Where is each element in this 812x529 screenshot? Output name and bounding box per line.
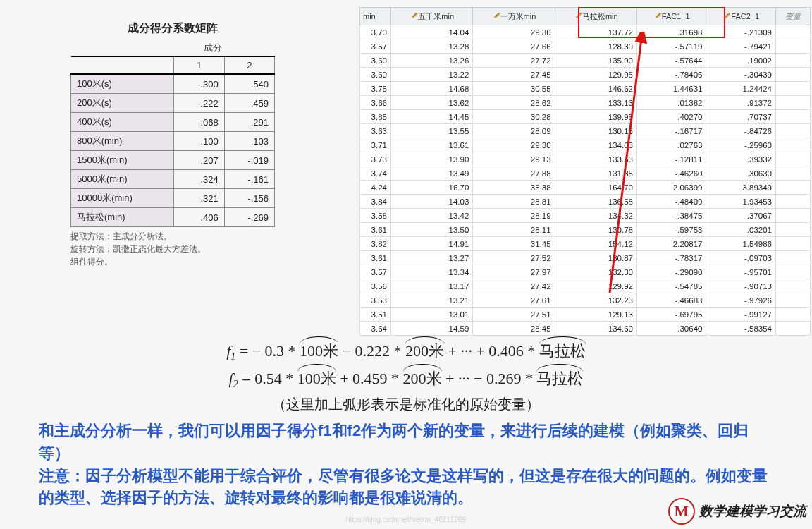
data-cell[interactable]: -.09703 xyxy=(706,251,776,265)
data-cell[interactable]: -.58354 xyxy=(706,322,776,336)
data-cell[interactable] xyxy=(776,138,811,152)
data-cell[interactable]: 28.19 xyxy=(473,209,555,223)
data-cell[interactable]: 29.13 xyxy=(473,152,555,166)
data-cell[interactable]: 3.57 xyxy=(360,39,391,54)
data-cell[interactable] xyxy=(776,68,811,82)
data-cell[interactable]: 31.45 xyxy=(473,237,555,251)
data-cell[interactable] xyxy=(776,265,811,279)
data-cell[interactable]: -1.54986 xyxy=(706,237,776,251)
data-cell[interactable]: 132.30 xyxy=(555,265,636,279)
table-row[interactable]: 3.7313.9029.13133.53-.12811.39332 xyxy=(360,152,811,166)
data-cell[interactable]: -.48409 xyxy=(636,195,706,209)
data-cell[interactable]: .30630 xyxy=(706,166,776,181)
data-cell[interactable]: -.37067 xyxy=(706,209,776,223)
table-row[interactable]: 3.6013.2227.45129.95-.78406-.30439 xyxy=(360,68,811,82)
data-cell[interactable]: -.38475 xyxy=(636,209,706,223)
data-column-header[interactable]: 一万米min xyxy=(473,8,555,25)
data-cell[interactable]: 3.60 xyxy=(360,54,391,68)
data-cell[interactable] xyxy=(776,195,811,209)
data-cell[interactable]: 2.20817 xyxy=(636,237,706,251)
data-cell[interactable]: -.57119 xyxy=(636,39,706,54)
data-column-header[interactable]: 五千米min xyxy=(391,8,473,25)
data-cell[interactable]: 133.53 xyxy=(555,152,636,166)
data-cell[interactable]: -.95701 xyxy=(706,265,776,279)
data-cell[interactable] xyxy=(776,251,811,265)
data-cell[interactable]: .03201 xyxy=(706,223,776,237)
data-cell[interactable]: 3.61 xyxy=(360,251,391,265)
data-cell[interactable] xyxy=(776,25,811,39)
data-cell[interactable]: -.57644 xyxy=(636,54,706,68)
data-cell[interactable]: -.79421 xyxy=(706,39,776,54)
data-cell[interactable]: 3.85 xyxy=(360,110,391,124)
data-cell[interactable]: 3.71 xyxy=(360,138,391,152)
data-cell[interactable]: 27.51 xyxy=(473,308,555,322)
table-row[interactable]: 3.7413.4927.88131.35-.46260.30630 xyxy=(360,166,811,181)
data-cell[interactable]: 13.27 xyxy=(391,251,473,265)
data-cell[interactable]: 3.57 xyxy=(360,265,391,279)
data-cell[interactable]: 13.17 xyxy=(391,279,473,293)
data-cell[interactable]: .30640 xyxy=(636,322,706,336)
data-cell[interactable]: 146.62 xyxy=(555,82,636,96)
data-cell[interactable]: 3.63 xyxy=(360,124,391,138)
data-cell[interactable]: 130.87 xyxy=(555,251,636,265)
data-cell[interactable]: 13.50 xyxy=(391,223,473,237)
data-cell[interactable]: 35.38 xyxy=(473,181,555,195)
data-cell[interactable]: 29.30 xyxy=(473,138,555,152)
data-cell[interactable]: 3.61 xyxy=(360,223,391,237)
data-cell[interactable]: .31698 xyxy=(636,25,706,39)
data-cell[interactable]: 130.78 xyxy=(555,223,636,237)
table-row[interactable]: 3.6013.2627.72135.90-.57644.19002 xyxy=(360,54,811,68)
table-row[interactable]: 3.8414.0328.81136.58-.484091.93453 xyxy=(360,195,811,209)
table-row[interactable]: 3.6613.6228.62133.13.01382-.91372 xyxy=(360,96,811,110)
data-cell[interactable]: 27.72 xyxy=(473,54,555,68)
table-row[interactable]: 3.6313.5528.09130.15-.16717-.84726 xyxy=(360,124,811,138)
data-cell[interactable]: 14.03 xyxy=(391,195,473,209)
data-cell[interactable]: 1.93453 xyxy=(706,195,776,209)
data-cell[interactable] xyxy=(776,237,811,251)
data-cell[interactable] xyxy=(776,82,811,96)
data-cell[interactable]: 3.82 xyxy=(360,237,391,251)
data-cell[interactable]: 3.58 xyxy=(360,209,391,223)
data-cell[interactable] xyxy=(776,54,811,68)
data-cell[interactable]: 3.56 xyxy=(360,279,391,293)
data-cell[interactable]: 13.01 xyxy=(391,308,473,322)
data-cell[interactable] xyxy=(776,39,811,54)
data-cell[interactable] xyxy=(776,181,811,195)
data-cell[interactable]: -.97926 xyxy=(706,293,776,308)
data-cell[interactable]: 28.09 xyxy=(473,124,555,138)
data-cell[interactable]: 131.35 xyxy=(555,166,636,181)
data-cell[interactable]: -.46683 xyxy=(636,293,706,308)
data-cell[interactable]: .02763 xyxy=(636,138,706,152)
data-cell[interactable]: 27.42 xyxy=(473,279,555,293)
data-cell[interactable]: 13.49 xyxy=(391,166,473,181)
table-row[interactable]: 3.5713.2827.66128.30-.57119-.79421 xyxy=(360,39,811,54)
table-row[interactable]: 3.8214.9131.45154.122.20817-1.54986 xyxy=(360,237,811,251)
data-cell[interactable]: 16.70 xyxy=(391,181,473,195)
data-cell[interactable]: 3.60 xyxy=(360,68,391,82)
data-cell[interactable]: 3.73 xyxy=(360,152,391,166)
data-cell[interactable]: 30.55 xyxy=(473,82,555,96)
data-cell[interactable] xyxy=(776,166,811,181)
data-cell[interactable]: 27.88 xyxy=(473,166,555,181)
data-cell[interactable]: 13.26 xyxy=(391,54,473,68)
data-cell[interactable]: 137.72 xyxy=(555,25,636,39)
table-row[interactable]: 3.6113.2727.52130.87-.78317-.09703 xyxy=(360,251,811,265)
data-cell[interactable]: 27.66 xyxy=(473,39,555,54)
data-cell[interactable] xyxy=(776,293,811,308)
data-cell[interactable] xyxy=(776,279,811,293)
data-cell[interactable]: 135.90 xyxy=(555,54,636,68)
data-cell[interactable]: 27.45 xyxy=(473,68,555,82)
data-cell[interactable]: 29.36 xyxy=(473,25,555,39)
data-cell[interactable]: 13.22 xyxy=(391,68,473,82)
table-row[interactable]: 3.7113.6129.30134.03.02763-.25960 xyxy=(360,138,811,152)
data-cell[interactable]: 129.95 xyxy=(555,68,636,82)
data-cell[interactable]: -.84726 xyxy=(706,124,776,138)
data-cell[interactable]: 3.75 xyxy=(360,82,391,96)
table-row[interactable]: 3.7014.0429.36137.72.31698-.21309 xyxy=(360,25,811,39)
data-cell[interactable]: -.16717 xyxy=(636,124,706,138)
data-cell[interactable]: .19002 xyxy=(706,54,776,68)
data-cell[interactable]: 164.70 xyxy=(555,181,636,195)
data-cell[interactable]: -1.24424 xyxy=(706,82,776,96)
data-cell[interactable]: 13.62 xyxy=(391,96,473,110)
data-cell[interactable]: -.29090 xyxy=(636,265,706,279)
